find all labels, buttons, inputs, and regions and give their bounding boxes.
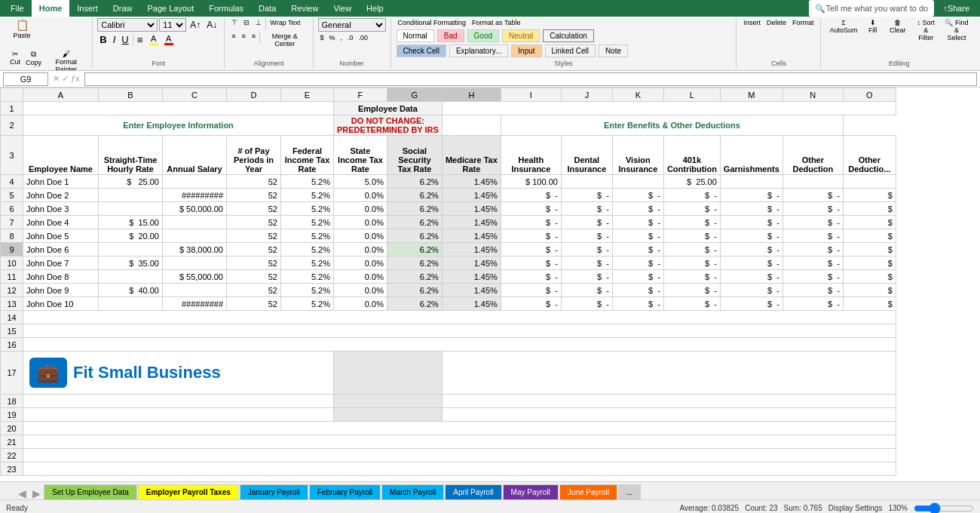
cell-M7[interactable]: $ - <box>720 216 782 229</box>
cell-D3[interactable]: # of Pay Periods in Year <box>227 136 281 175</box>
cell-I3[interactable]: Health Insurance <box>501 136 561 175</box>
cell-H9[interactable]: 1.45% <box>442 243 501 256</box>
cell-D8[interactable]: 52 <box>227 229 281 243</box>
col-H[interactable]: H <box>442 88 501 102</box>
cell-I11[interactable]: $ - <box>501 270 561 284</box>
cell-A13[interactable]: John Doe 10 <box>23 297 99 311</box>
cell-J10[interactable]: $ - <box>561 256 612 270</box>
insert-button[interactable]: Insert <box>741 18 763 27</box>
font-name-select[interactable]: Calibri <box>97 18 158 32</box>
cell-L9[interactable]: $ - <box>663 243 720 256</box>
align-top-button[interactable]: ⊤ <box>229 18 240 30</box>
cell-I1[interactable] <box>442 102 896 115</box>
cell-M6[interactable]: $ - <box>720 202 782 216</box>
cell-C5[interactable]: ######### <box>163 189 227 202</box>
cell-A6[interactable]: John Doe 3 <box>23 202 99 216</box>
tab-draw[interactable]: Draw <box>106 0 140 17</box>
merge-center-button[interactable]: Merge & Center <box>262 32 308 48</box>
cell-F7[interactable]: 0.0% <box>334 216 387 229</box>
cell-N9[interactable]: $ - <box>782 243 843 256</box>
cell-C11[interactable]: $ 55,000.00 <box>163 270 227 284</box>
cell-O5[interactable]: $ <box>843 189 896 202</box>
cell-B4[interactable]: $ 25.00 <box>99 175 163 189</box>
cell-C13[interactable]: ######### <box>163 297 227 311</box>
comma-button[interactable]: , <box>338 33 345 42</box>
cell-B5[interactable] <box>99 189 163 202</box>
tab-january-payroll[interactable]: January Payroll <box>240 484 308 499</box>
cell-B10[interactable]: $ 35.00 <box>99 256 163 270</box>
wrap-text-button[interactable]: Wrap Text <box>268 18 302 30</box>
cell-B8[interactable]: $ 20.00 <box>99 229 163 243</box>
tab-file[interactable]: File <box>3 0 32 17</box>
col-M[interactable]: M <box>720 88 782 102</box>
tab-setup-employee-data[interactable]: Set Up Employee Data <box>44 484 137 499</box>
explanatory-style[interactable]: Explanatory... <box>449 45 508 57</box>
cell-J9[interactable]: $ - <box>561 243 612 256</box>
cell-G6[interactable]: 6.2% <box>387 202 442 216</box>
tab-home[interactable]: Home <box>32 0 70 17</box>
cell-M10[interactable]: $ - <box>720 256 782 270</box>
cell-O13[interactable]: $ <box>843 297 896 311</box>
cell-M4[interactable] <box>720 175 782 189</box>
cell-M11[interactable]: $ - <box>720 270 782 284</box>
align-middle-button[interactable]: ⊟ <box>241 18 252 30</box>
cell-K13[interactable]: $ - <box>612 297 663 311</box>
cell-H6[interactable]: 1.45% <box>442 202 501 216</box>
cell-G3[interactable]: Social Security Tax Rate <box>387 136 442 175</box>
tab-april-payroll[interactable]: April Payroll <box>445 484 501 499</box>
cell-E13[interactable]: 5.2% <box>281 297 334 311</box>
cell-J8[interactable]: $ - <box>561 229 612 243</box>
cell-F13[interactable]: 0.0% <box>334 297 387 311</box>
sort-filter-button[interactable]: ↕ Sort &Filter <box>913 18 939 42</box>
cell-A7[interactable]: John Doe 4 <box>23 216 99 229</box>
cell-F10[interactable]: 0.0% <box>334 256 387 270</box>
col-O[interactable]: O <box>843 88 896 102</box>
cell-L10[interactable]: $ - <box>663 256 720 270</box>
decrease-decimal-button[interactable]: .0 <box>345 33 356 42</box>
cell-M12[interactable]: $ - <box>720 284 782 297</box>
increase-decimal-button[interactable]: .00 <box>357 33 371 42</box>
border-button[interactable]: ⊞ <box>135 35 145 45</box>
cell-J13[interactable]: $ - <box>561 297 612 311</box>
cell-I9[interactable]: $ - <box>501 243 561 256</box>
bad-style[interactable]: Bad <box>437 29 464 42</box>
cut-button[interactable]: ✂ Cut <box>8 49 23 71</box>
cell-H8[interactable]: 1.45% <box>442 229 501 243</box>
col-L[interactable]: L <box>663 88 720 102</box>
cell-O11[interactable]: $ <box>843 270 896 284</box>
cell-G4[interactable]: 6.2% <box>387 175 442 189</box>
cell-B6[interactable] <box>99 202 163 216</box>
good-style[interactable]: Good <box>467 29 499 42</box>
cell-K9[interactable]: $ - <box>612 243 663 256</box>
align-bottom-button[interactable]: ⊥ <box>253 18 264 30</box>
col-I[interactable]: I <box>501 88 561 102</box>
cell-G9[interactable]: 6.2% <box>387 243 442 256</box>
copy-button[interactable]: ⧉ Copy <box>23 49 44 71</box>
cell-J7[interactable]: $ - <box>561 216 612 229</box>
italic-button[interactable]: I <box>111 33 118 46</box>
cell-N6[interactable]: $ - <box>782 202 843 216</box>
name-box[interactable] <box>3 72 48 86</box>
cell-F6[interactable]: 0.0% <box>334 202 387 216</box>
percent-button[interactable]: % <box>327 33 338 42</box>
input-style[interactable]: Input <box>511 45 541 57</box>
cell-O12[interactable]: $ <box>843 284 896 297</box>
font-color-button[interactable]: A <box>162 33 176 46</box>
cell-H4[interactable]: 1.45% <box>442 175 501 189</box>
cell-N7[interactable]: $ - <box>782 216 843 229</box>
cell-I6[interactable]: $ - <box>501 202 561 216</box>
cell-O8[interactable]: $ <box>843 229 896 243</box>
cell-I7[interactable]: $ - <box>501 216 561 229</box>
increase-font-button[interactable]: A↑ <box>188 19 203 31</box>
cell-M8[interactable]: $ - <box>720 229 782 243</box>
tab-help[interactable]: Help <box>359 0 391 17</box>
cell-B13[interactable] <box>99 297 163 311</box>
cell-I4[interactable]: $ 100.00 <box>501 175 561 189</box>
paste-button[interactable]: 📋 Paste <box>8 18 36 48</box>
cell-J3[interactable]: Dental Insurance <box>561 136 612 175</box>
cell-J6[interactable]: $ - <box>561 202 612 216</box>
cell-D6[interactable]: 52 <box>227 202 281 216</box>
check-cell-style[interactable]: Check Cell <box>397 45 446 57</box>
cell-A10[interactable]: John Doe 7 <box>23 256 99 270</box>
cell-H13[interactable]: 1.45% <box>442 297 501 311</box>
